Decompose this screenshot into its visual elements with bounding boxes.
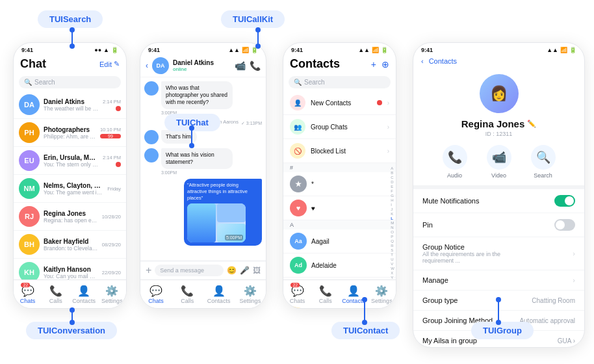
chat-header: ‹ DA Daniel Atkins online 📹 📞 [140,55,266,77]
chat-user-avatar: DA [152,57,169,74]
message-list: Who was that photographer you shared wit… [140,77,266,259]
chat-search-bar[interactable]: 🔍 Search [19,76,121,88]
back-button[interactable]: ‹ [146,61,148,70]
phone-chat: 9:41 ▲▲ 📶 🔋 ‹ DA Daniel Atkins online 📹 … [140,42,266,309]
tab2-calls[interactable]: 📞 Calls [172,280,203,308]
phone-contacts: 9:41 ▲▲ 📶 🔋 Contacts + ⊕ 🔍 Search 👤 New … [283,42,396,309]
tuigroup-label: TUIGroup [471,322,534,339]
tab2-settings[interactable]: ⚙️ Settings [235,280,266,308]
edit-name-icon[interactable]: ✏️ [527,120,536,128]
manage-chevron: › [573,276,575,284]
audio-call-icon[interactable]: 📞 [250,60,261,71]
contact-heart[interactable]: ♥ ♥ [283,196,396,220]
message-recv-1: Who was that photographer you shared wit… [144,81,262,115]
group-quick-actions: 📞 Audio 📹 Video 🔍 Search [443,145,556,179]
avatar-nelms: NM [19,178,40,199]
new-contacts-dot [377,100,382,105]
image-icon[interactable]: 🖼 [253,266,261,275]
edit-button[interactable]: Edit ✎ [99,60,120,68]
avatar-baker: BH [19,234,40,255]
group-header: ‹ Contacts [413,55,584,68]
conv-item-erin[interactable]: EU Erin, Ursula, Matthew You: The stern … [14,147,126,175]
conv-item-regina[interactable]: RJ Regina Jones Regina: has open enrollm… [14,203,126,231]
tab3-calls[interactable]: 📞 Calls [311,280,339,308]
msg-avatar-1 [144,81,159,96]
tab-settings[interactable]: ⚙️ Settings [98,280,126,308]
tab-bar-3: 💬 Chats 22 📞 Calls 👤 Contacts ⚙️ Setting… [283,280,396,308]
add-contact-icon[interactable]: + [371,59,376,70]
contact-new-contacts[interactable]: 👤 New Contacts › [283,91,396,115]
avatar-erin: EU [19,150,40,171]
toggle-mute[interactable] [554,195,575,207]
avatar-daniel: DA [19,94,40,115]
conv-item-daniel[interactable]: DA Daniel Atkins The weather will be per… [14,91,126,119]
message-recv-3: What was his vision statement? 3:00PM [144,148,262,175]
tuisearch-label: TUISearch [38,10,103,28]
message-recv-2: That's him! [144,130,262,144]
conv-item-photographers[interactable]: PH Photographers Philippe: Ahm, are you … [14,119,126,147]
msg-avatar-2 [144,130,159,144]
conversation-list: DA Daniel Atkins The weather will be per… [14,91,126,287]
tab3-settings[interactable]: ⚙️ Settings [368,280,396,308]
more-contacts-icon[interactable]: ⊕ [381,59,389,70]
alpha-sidebar: A B C D E F G H I J K L M N O P Q R S T … [391,166,394,284]
conv-item-baker[interactable]: BH Baker Hayfield Brandon: to Cleveland … [14,231,126,259]
quick-action-search[interactable]: 🔍 Search [531,145,556,179]
group-header-contacts-label[interactable]: Contacts [429,57,457,65]
message-input-bar: + Send a message 😊 🎤 🖼 [140,261,266,280]
group-profile: 👩 Regina Jones ✏️ ID : 12311 📞 Audio 📹 V… [413,68,584,189]
tab-bar-2: 💬 Chats 📞 Calls 👤 Contacts ⚙️ Settings [140,280,266,308]
msg-avatar-3 [144,148,159,162]
contact-blocked-list[interactable]: 🚫 Blocked List › [283,139,396,163]
group-notice-chevron: › [573,250,575,257]
contacts-header: Contacts + ⊕ [283,55,396,73]
msg-image: 5:00PM [187,203,246,242]
status-bar-3: 9:41 ▲▲ 📶 🔋 [283,43,396,55]
tab3-chats[interactable]: 💬 Chats 22 [283,280,311,308]
add-icon[interactable]: + [146,265,151,276]
status-icons-1: ●● ▲ 🔋 [94,47,118,53]
tab-chats[interactable]: 💬 Chats 22 [14,280,42,308]
mic-icon[interactable]: 🎤 [240,266,250,275]
toggle-pin[interactable] [554,219,575,231]
tab2-contacts[interactable]: 👤 Contacts [203,280,235,308]
contact-group-chats[interactable]: 👥 Group Chats › [283,115,396,139]
setting-mute-notifications: Mute Notifications [413,189,584,213]
phone-conversation: 9:41 ●● ▲ 🔋 Chat Edit ✎ 🔍 Search DA Dani… [13,42,127,309]
contact-star[interactable]: ★ * [283,172,396,196]
tuicallkit-label: TUICallKit [221,10,285,28]
alpha-section-a: A [283,220,396,229]
conv-item-nelms[interactable]: NM Nelms, Clayton, Wagner, Morgan You: T… [14,175,126,203]
tab2-chats[interactable]: 💬 Chats [140,280,172,308]
chat-list-header: Chat Edit ✎ [14,55,126,73]
setting-manage[interactable]: Manage › [413,270,584,291]
quick-action-video[interactable]: 📹 Video [487,145,511,179]
tab-contacts[interactable]: 👤 Contacts [70,280,98,308]
video-call-icon[interactable]: 📹 [235,60,246,71]
status-bar-4: 9:41 ▲▲ 📶 🔋 [413,43,584,55]
group-back-button[interactable]: ‹ [421,57,424,65]
chat-list-title: Chat [20,57,46,71]
contacts-title: Contacts [290,57,340,71]
message-input[interactable]: Send a message [155,265,224,276]
status-bar-2: 9:41 ▲▲ 📶 🔋 [140,43,266,55]
group-avatar: 👩 [480,74,519,113]
contacts-search[interactable]: 🔍 Search [289,76,391,88]
setting-pin: Pin [413,213,584,237]
tab-bar-1: 💬 Chats 22 📞 Calls 👤 Contacts ⚙️ Setting… [14,280,126,308]
quick-action-audio[interactable]: 📞 Audio [443,145,467,179]
contact-aagail[interactable]: Aa Aagail [283,229,396,254]
avatar-photographers: PH [19,122,40,143]
message-sent-2: "Attractive people doing attractive thin… [144,179,262,246]
tab-calls[interactable]: 📞 Calls [42,280,70,308]
setting-group-notice[interactable]: Group Notice All the requirements are in… [413,237,584,270]
contact-adelaide[interactable]: Ad Adelaide [283,254,396,278]
emoji-icon[interactable]: 😊 [227,266,237,275]
avatar-regina: RJ [19,206,40,227]
alpha-section-hash: # [283,163,396,172]
